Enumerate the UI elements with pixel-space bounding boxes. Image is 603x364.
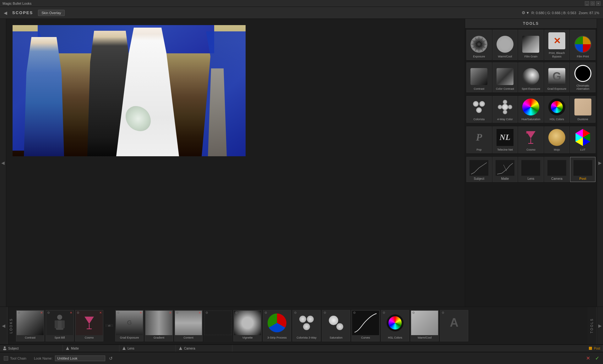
look-item-hslcolors[interactable]: ⚙ HSL Colors (381, 310, 409, 341)
look-settings-icon: ⚙ (264, 311, 267, 314)
tools-panel: TOOLS (465, 19, 597, 307)
right-bottom-toggle[interactable]: ▶ (597, 307, 603, 344)
telecinenet-icon: NL (496, 128, 514, 147)
look-thumb-3strip (263, 310, 291, 335)
reset-button[interactable]: ↺ (108, 356, 114, 361)
looks-vertical-label: LOOKS (8, 318, 15, 333)
look-settings-icon: ⚙ (235, 311, 238, 314)
chromatic-label: Chromatic Aberration (571, 84, 595, 91)
tool-lut[interactable]: LUT (570, 126, 595, 153)
tool-pop[interactable]: P Pop (466, 126, 492, 153)
look-item-warmcool[interactable]: ⚙ Warm/Cool (410, 310, 439, 341)
exposure-icon (470, 35, 488, 54)
cosmo-label: Cosmo (526, 148, 535, 152)
category-post[interactable]: Post (570, 157, 595, 182)
tool-colorista[interactable]: Colorista (466, 96, 492, 123)
look-settings-icon: ⚙ (176, 311, 179, 314)
lookname-input[interactable] (55, 356, 105, 361)
tool-mojo[interactable]: Mojo (544, 126, 570, 153)
spotexposure-label: Spot Exposure (522, 87, 540, 91)
cancel-button[interactable]: ✕ (586, 355, 590, 361)
look-item-curves[interactable]: ⚙ Curves (351, 310, 380, 341)
look-item-cosmo[interactable]: ⚙ ✕ Cosmo (75, 310, 103, 341)
skin-overlay-button[interactable]: Skin Overlay (38, 10, 64, 16)
track-lens: Lens (119, 345, 176, 352)
tool-huesaturation[interactable]: Hue/Saturation (518, 96, 544, 123)
looks-toggle-button[interactable]: ◀ (0, 307, 8, 344)
tool-gradexposure[interactable]: G Grad Exposure (544, 62, 570, 93)
tool-telecinenet[interactable]: NL Telecine Net (492, 126, 518, 153)
look-item-colorista3way[interactable]: ⚙ Colorista 3-Way (292, 310, 321, 341)
pop-label: Pop (476, 148, 481, 152)
look-close-gradexp[interactable]: ✕ (139, 311, 142, 314)
tool-duotone[interactable]: Duotone (570, 96, 595, 123)
tool-printbleach[interactable]: ✕ Print, Bleach Bypass (544, 30, 570, 60)
hslcolors-label: HSL Colors (550, 118, 564, 121)
look-thumb-curves (352, 310, 379, 335)
confirm-button[interactable]: ✓ (595, 355, 599, 361)
category-camera[interactable]: Camera (544, 157, 570, 182)
left-panel-toggle[interactable]: ◀ (0, 19, 6, 307)
look-thumb-contrast (16, 310, 44, 335)
look-close-spotbill[interactable]: ✕ (70, 311, 72, 314)
look-thumb-warmcool (411, 310, 438, 335)
look-label-hslcolors: HSL Colors (387, 335, 403, 340)
svg-rect-21 (55, 320, 58, 328)
exposure-label: Exposure (473, 55, 485, 58)
tool-cosmo[interactable]: Cosmo (518, 126, 544, 153)
svg-point-27 (4, 346, 6, 348)
look-close-content[interactable]: ✕ (198, 311, 201, 314)
close-button[interactable]: × (596, 1, 600, 6)
look-item-gradient[interactable]: ⚙ ✕ Gradient (145, 310, 173, 341)
preview-image (13, 25, 246, 156)
settings-gear-button[interactable]: ⚙ ▾ (522, 10, 529, 15)
category-matte[interactable]: Matte (492, 157, 518, 182)
look-item-content[interactable]: ⚙ ✕ Content (174, 310, 203, 341)
tools-scroll[interactable]: Exposure Warm/Cool Film Grain (465, 29, 597, 307)
tool-filmgrain[interactable]: Film Grain (518, 30, 544, 60)
tool-filmprint[interactable]: Film Print (570, 30, 595, 60)
tools-categories: Subject Matte Len (465, 156, 597, 183)
look-item-a[interactable]: ⚙ A (440, 310, 468, 341)
look-close-gradient[interactable]: ✕ (169, 311, 171, 314)
look-thumb-content (175, 310, 202, 335)
look-item-3strip[interactable]: ⚙ 3-Strip Process (263, 310, 291, 341)
look-label-spotbill: Spot Bill (54, 335, 65, 340)
tool-warmcool[interactable]: Warm/Cool (492, 30, 518, 60)
window-controls[interactable]: _ □ × (585, 1, 600, 6)
toolchain-section: Tool Chain (4, 356, 26, 361)
preview-area (6, 19, 465, 307)
look-item-vignette[interactable]: ⚙ Vignette (233, 310, 262, 341)
look-item-saturation[interactable]: ⚙ Saturation (322, 310, 350, 341)
color-info: ⚙ ▾ R: 0.680 | G: 0.666 | B: 0.563 Zoom:… (522, 10, 599, 15)
track-labels-bar: Subject Matte Lens Camera Post (0, 345, 603, 352)
look-close-contrast[interactable]: ✕ (40, 311, 43, 314)
look-settings-icon: ⚙ (442, 311, 444, 314)
bottom-toolbar: Tool Chain Look Name: ↺ ✕ ✓ (0, 352, 603, 364)
toolchain-checkbox[interactable] (4, 356, 8, 361)
track-camera-label: Camera (184, 347, 195, 350)
tool-4waycolor[interactable]: 4-Way Color (492, 96, 518, 123)
look-item-gradexp[interactable]: ⚙ ✕ G Grad Exposure (115, 310, 144, 341)
look-item-spotbill[interactable]: ⚙ ✕ Spot Bill (46, 310, 74, 341)
category-subject[interactable]: Subject (466, 157, 492, 182)
tool-colorcontrast[interactable]: Color Contrast (492, 62, 518, 93)
bottom-section: ◀ LOOKS ⚙ ✕ Contrast ⚙ ✕ (0, 307, 603, 364)
category-lens[interactable]: Lens (518, 157, 544, 182)
tool-chromatic[interactable]: Chromatic Aberration (570, 62, 595, 93)
look-item-contrast[interactable]: ⚙ ✕ Contrast (16, 310, 44, 341)
right-panel-toggle[interactable]: ▶ (597, 19, 603, 307)
tool-hslcolors[interactable]: HSL Colors (544, 96, 570, 123)
tool-contrast[interactable]: Contrast (466, 62, 492, 93)
warmcool-label: Warm/Cool (498, 55, 512, 58)
tool-exposure[interactable]: Exposure (466, 30, 492, 60)
look-thumb-a: A (440, 310, 468, 335)
tool-spotexposure[interactable]: Spot Exposure (518, 62, 544, 93)
minimize-button[interactable]: _ (585, 1, 589, 6)
look-settings-icon: ⚙ (412, 311, 415, 314)
scopes-toggle-arrow[interactable]: ◀ (4, 10, 7, 15)
filmgrain-icon (521, 35, 540, 54)
lookname-static-label: Look Name: (34, 356, 52, 360)
maximize-button[interactable]: □ (590, 1, 595, 6)
look-close-cosmo[interactable]: ✕ (99, 311, 102, 314)
